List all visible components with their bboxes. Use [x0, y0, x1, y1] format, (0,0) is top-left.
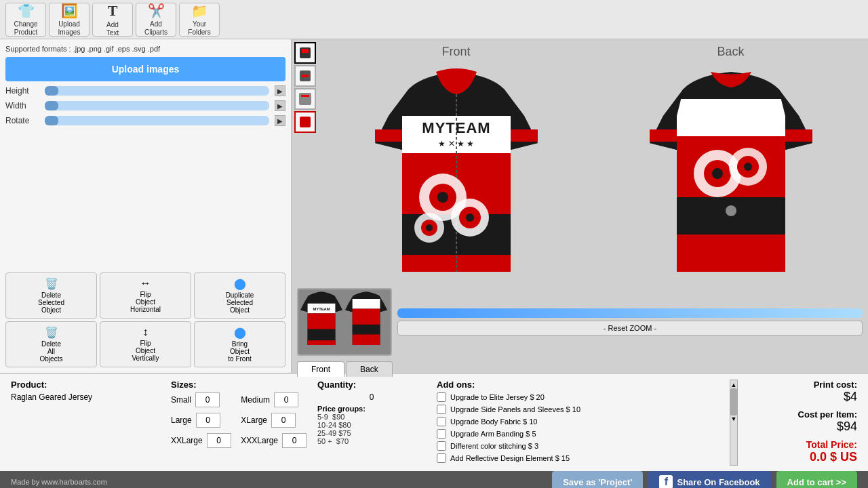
addon-body-label: Upgrade Body Fabric $ 10	[450, 418, 537, 426]
addons-scrollbar[interactable]: ▲ ▼	[730, 380, 738, 466]
view-icon-red[interactable]	[294, 111, 316, 133]
addon-panels-checkbox[interactable]	[437, 405, 446, 414]
zoom-slider[interactable]	[397, 308, 863, 318]
footer-buttons: Save as 'Project' f Share On Facebook Ad…	[552, 471, 857, 488]
tab-back-label: Back	[360, 365, 378, 374]
flip-h-icon: ↔️	[140, 277, 151, 289]
flip-horizontal-btn[interactable]: ↔️ FlipObjectHorizontal	[100, 272, 191, 319]
quantity-value: 0	[317, 392, 426, 402]
addon-reflective-checkbox[interactable]	[437, 453, 446, 463]
addon-arm: Upgrade Arm Banding $ 5	[437, 429, 730, 439]
duplicate-icon: ⬤	[234, 277, 246, 290]
your-folders-btn[interactable]: 📁 YourFolders	[179, 3, 220, 37]
product-label: Product:	[11, 380, 160, 390]
upload-images-icon: 🖼️	[61, 3, 78, 19]
svg-text:MYTEAM: MYTEAM	[422, 119, 490, 136]
addon-body: Upgrade Body Fabric $ 10	[437, 417, 730, 426]
change-product-btn[interactable]: 👕 ChangeProduct	[5, 3, 46, 37]
width-thumb[interactable]	[45, 101, 58, 110]
rotate-slider-row: Rotate ▶	[5, 115, 285, 126]
save-project-btn[interactable]: Save as 'Project'	[552, 471, 643, 488]
view-icon-corner[interactable]	[294, 88, 316, 110]
scroll-down-arrow[interactable]: ▼	[731, 415, 737, 422]
rotate-thumb[interactable]	[45, 116, 58, 125]
product-column: Product: Raglan Geared Jersey	[11, 380, 160, 466]
size-xxlarge-label: XXLarge	[171, 436, 203, 445]
addon-arm-label: Upgrade Arm Banding $ 5	[450, 430, 536, 438]
upload-btn[interactable]: Upload images	[5, 57, 285, 81]
total-price-value: 0.0 $ US	[749, 450, 857, 464]
price-5-9: 5-9 $90	[317, 413, 426, 421]
scroll-up-arrow[interactable]: ▲	[731, 382, 737, 388]
addon-panels: Upgrade Side Panels and Sleeves $ 10	[437, 405, 730, 414]
add-to-cart-btn[interactable]: Add to cart >>	[776, 471, 857, 488]
size-small-input[interactable]	[195, 392, 220, 407]
bring-to-front-btn[interactable]: ⬤ BringObjectto Front	[194, 321, 285, 367]
addon-reflective-label: Add Reflective Design Element $ 15	[450, 454, 570, 462]
addon-body-checkbox[interactable]	[437, 417, 446, 426]
addon-elite-checkbox[interactable]	[437, 392, 446, 402]
size-row-xxlarge: XXLarge	[171, 433, 235, 448]
footer-bar: Made by www.harboarts.com Save as 'Proje…	[0, 471, 868, 488]
size-large-label: Large	[171, 415, 192, 425]
size-xxlarge-input[interactable]	[207, 433, 231, 448]
height-thumb[interactable]	[45, 86, 58, 96]
flip-vertical-btn[interactable]: ↕️ FlipObjectVertically	[100, 321, 191, 367]
front-section: Front	[319, 39, 593, 285]
reset-zoom-btn[interactable]: - Reset ZOOM -	[397, 321, 863, 336]
tab-back[interactable]: Back	[346, 361, 393, 377]
trash-all-icon: 🗑️	[45, 326, 58, 339]
share-facebook-btn[interactable]: f Share On Facebook	[648, 471, 770, 488]
tab-front[interactable]: Front	[297, 361, 344, 377]
size-large-input[interactable]	[196, 413, 220, 428]
size-xlarge-input[interactable]	[271, 413, 296, 428]
rotate-arrow[interactable]: ▶	[275, 115, 285, 126]
addon-elite-label: Upgrade to Elite Jersey $ 20	[450, 393, 545, 401]
width-arrow[interactable]: ▶	[275, 100, 285, 111]
svg-rect-47	[353, 334, 380, 345]
print-cost-label: Print cost:	[749, 380, 857, 390]
addon-stitch: Different color stitching $ 3	[437, 441, 730, 451]
delete-all-label: DeleteAllObjects	[40, 340, 63, 363]
delete-selected-btn[interactable]: 🗑️ DeleteSelectedObject	[5, 272, 97, 319]
svg-rect-40	[308, 313, 336, 329]
size-medium-input[interactable]	[274, 392, 298, 407]
height-arrow[interactable]: ▶	[275, 85, 285, 96]
change-product-icon: 👕	[18, 3, 35, 19]
size-xxxlarge-input[interactable]	[282, 433, 307, 448]
left-panel: Supported formats : .jpg .png .gif .eps …	[0, 39, 292, 373]
rotate-track[interactable]	[45, 116, 269, 125]
add-text-btn[interactable]: T AddText	[92, 3, 133, 37]
jerseys-container: Front	[292, 39, 868, 285]
add-cliparts-btn[interactable]: ✂️ AddCliparts	[136, 3, 176, 37]
scroll-thumb[interactable]	[730, 388, 737, 415]
upload-images-btn[interactable]: 🖼️ UploadImages	[49, 3, 90, 37]
addon-panels-label: Upgrade Side Panels and Sleeves $ 10	[450, 405, 580, 413]
your-folders-label: YourFolders	[188, 20, 210, 37]
width-track[interactable]	[45, 101, 269, 110]
svg-text:★ ✕ ★ ★: ★ ✕ ★ ★	[438, 139, 474, 148]
addon-stitch-checkbox[interactable]	[437, 441, 446, 451]
view-icon-front[interactable]	[294, 42, 316, 64]
zoom-area: - Reset ZOOM -	[397, 308, 863, 336]
upload-images-label: UploadImages	[58, 20, 81, 37]
toolbar: 👕 ChangeProduct 🖼️ UploadImages T AddTex…	[0, 0, 868, 39]
svg-rect-42	[308, 340, 336, 345]
addon-stitch-label: Different color stitching $ 3	[450, 442, 538, 450]
size-small-label: Small	[171, 395, 191, 405]
duplicate-selected-btn[interactable]: ⬤ DuplicateSelectedObject	[194, 272, 285, 319]
add-text-icon: T	[108, 2, 118, 20]
height-track[interactable]	[45, 86, 269, 96]
trash-icon: 🗑️	[45, 277, 58, 290]
bottom-bar: Product: Raglan Geared Jersey Sizes: Sma…	[0, 373, 868, 488]
price-50-plus: 50 + $70	[317, 437, 426, 445]
print-cost-value: $4	[749, 390, 857, 404]
main-content: Supported formats : .jpg .png .gif .eps …	[0, 39, 868, 373]
duplicate-selected-label: DuplicateSelectedObject	[226, 291, 254, 314]
view-icon-small[interactable]	[294, 65, 316, 87]
delete-all-btn[interactable]: 🗑️ DeleteAllObjects	[5, 321, 97, 367]
addon-arm-checkbox[interactable]	[437, 429, 446, 439]
svg-rect-25	[677, 99, 785, 136]
print-cost-column: Print cost: $4 Cost per Item: $94 Total …	[749, 380, 857, 466]
height-label: Height	[5, 86, 39, 96]
